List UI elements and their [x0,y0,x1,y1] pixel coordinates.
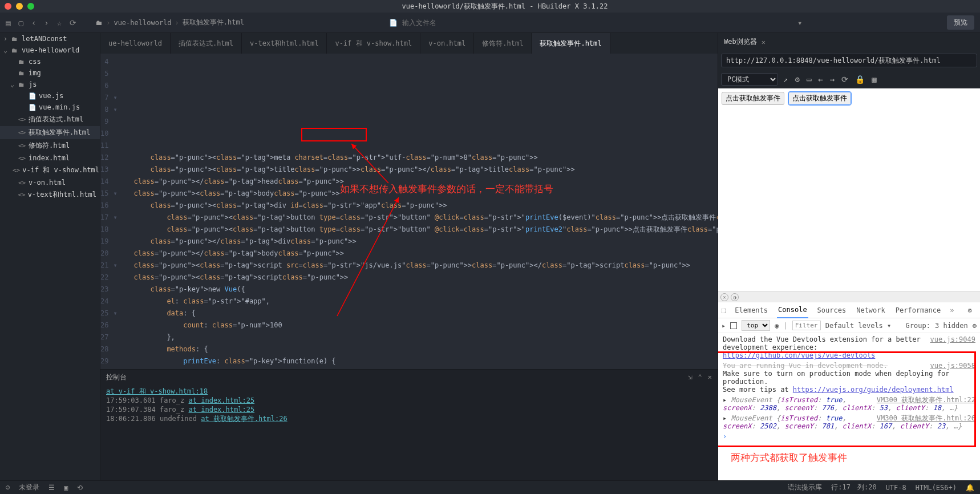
devtools-settings-icon[interactable]: ⚙ [967,306,971,314]
forward-icon[interactable]: → [828,75,836,84]
hidden-count[interactable]: 3 hidden [935,322,968,330]
cursor-pos[interactable]: 行:17 列:20 [831,483,876,492]
browser-viewport[interactable]: 点击获取触发事件 点击获取触发事件 ✕ ◑ ⬚ Elements Console… [718,88,980,448]
tab[interactable]: ue-helloworld [100,33,171,54]
html-file-icon: <> [13,167,20,174]
dt-tab-performance[interactable]: Performance [894,303,942,318]
tree-item[interactable]: 📄vue.min.js [0,102,100,113]
search-input[interactable] [402,19,516,27]
qr-icon[interactable]: ▦ [870,75,878,84]
editor-tabs[interactable]: ue-helloworld 插值表达式.html v-text和html.htm… [100,33,718,54]
link[interactable]: https://vuejs.org/guide/deployment.html [793,386,954,394]
page-button-1[interactable]: 点击获取触发事件 [722,92,784,105]
close-icon[interactable]: ✕ [708,373,712,381]
dt-tab-sources[interactable]: Sources [816,303,848,318]
back-icon[interactable]: ← [816,75,824,84]
tab-active[interactable]: 获取触发事件.html [532,33,610,54]
back-icon[interactable]: ‹ [31,18,36,27]
devtools-dock-icon[interactable]: ◑ [731,293,739,301]
breadcrumb[interactable]: 🖿 › vue-helloworld › 获取触发事件.html [96,18,244,27]
dt-tab-console[interactable]: Console [777,302,808,318]
tree-item[interactable]: <>v-on.html [0,177,100,188]
star-icon[interactable]: ☆ [57,18,62,27]
outline-icon[interactable]: ☰ [48,484,55,492]
window-maximize[interactable] [27,3,34,10]
code-editor[interactable]: 4567891011121314151617181920212223242526… [100,54,718,369]
console-settings-icon[interactable]: ⚙ [973,322,977,330]
live-expr-icon[interactable]: ◉ [775,322,779,330]
tab[interactable]: v-if 和 v-show.html [327,33,420,54]
file-explorer[interactable]: ›🖿letANDconst ⌄🖿vue-helloworld 🖿css 🖿img… [0,33,100,480]
refresh-icon[interactable]: ⟳ [70,18,76,27]
mode-select[interactable]: PC模式 [721,73,778,86]
dt-tab-network[interactable]: Network [855,303,886,318]
browser-tab-label[interactable]: Web浏览器 [724,37,757,47]
tab[interactable]: v-text和html.html [242,33,327,54]
new-file-icon[interactable]: ▤ [6,18,10,27]
js-file-icon: 📄 [29,104,37,111]
collapse-icon[interactable]: ⌃ [698,373,702,381]
tab[interactable]: 插值表达式.html [171,33,242,54]
console-tab[interactable]: 控制台 [106,372,127,382]
export-icon[interactable]: ⇲ [688,373,692,381]
tree-item-active[interactable]: <>获取触发事件.html [0,126,100,139]
user-icon[interactable]: ☺ [6,484,10,492]
tree-item[interactable]: <>v-if 和 v-show.html [0,164,100,177]
tree-item[interactable]: <>修饰符.html [0,139,100,152]
code-area[interactable]: 如果不想传入触发事件参数的话，一定不能带括号 class="p-punc"><c… [118,54,718,369]
tab[interactable]: 修饰符.html [474,33,532,54]
html-file-icon: <> [18,179,26,187]
close-icon[interactable]: ✕ [762,38,766,46]
settings-icon[interactable]: ⚙ [793,75,801,84]
lock-icon[interactable]: 🔒 [853,75,866,84]
login-status[interactable]: 未登录 [19,483,39,492]
bell-icon[interactable]: 🔔 [966,484,974,492]
save-icon[interactable]: ▢ [18,18,23,27]
tree-item[interactable]: 🖿css [0,56,100,67]
url-input[interactable] [721,54,977,67]
terminal-icon[interactable]: ▣ [64,484,68,492]
refresh-icon[interactable]: ⟳ [840,75,850,84]
annotation-text: 如果不想传入触发事件参数的话，一定不能带括号 [340,183,553,195]
tree-item[interactable]: 📄vue.js [0,90,100,102]
clear-console-icon[interactable] [730,322,737,329]
context-select[interactable]: top [742,320,770,331]
devtools-close-icon[interactable]: ✕ [720,293,728,301]
tree-item[interactable]: <>v-text和html.html [0,188,100,201]
console-output[interactable]: at v-if 和 v-show.html:1817:59:03.601 far… [100,384,718,480]
dt-tab-elements[interactable]: Elements [734,303,769,318]
filter-icon[interactable]: ▾ [797,18,802,27]
filter-input[interactable] [792,321,821,330]
tree-item[interactable]: 🖿img [0,67,100,79]
breadcrumb-project[interactable]: vue-helloworld [114,19,171,27]
open-external-icon[interactable]: ↗ [781,75,789,84]
tree-item[interactable]: ›🖿letANDconst [0,33,100,44]
search-file-icon: 📄 [389,19,398,27]
fold-gutter[interactable]: ▾▾▾▾▾▾ [113,54,117,369]
tree-item[interactable]: <>插值表达式.html [0,113,100,126]
page-button-2[interactable]: 点击获取触发事件 [788,92,851,105]
encoding[interactable]: UTF-8 [886,484,906,492]
language-mode[interactable]: HTML(ES6+) [916,484,957,492]
tree-item[interactable]: ⌄🖿js [0,79,100,90]
tree-item[interactable]: <>index.html [0,152,100,164]
window-close[interactable] [5,3,11,10]
devtools-console-output[interactable]: vue.js:9049Download the Vue Devtools ext… [718,333,980,448]
tab[interactable]: v-on.html [420,33,474,54]
sync-icon[interactable]: ⟲ [77,484,83,492]
devices-icon[interactable]: ▭ [805,75,813,84]
devtools-tabs[interactable]: ⬚ Elements Console Sources Network Perfo… [718,302,980,318]
window-minimize[interactable] [16,3,23,10]
inspect-icon[interactable]: ⬚ [722,306,726,314]
levels-select[interactable]: Default levels ▾ [825,322,892,330]
forward-icon[interactable]: › [44,18,48,27]
syntax-hint[interactable]: 语法提示库 [788,483,822,492]
toggle-drawer-icon[interactable]: ▸ [722,322,726,330]
preview-button[interactable]: 预览 [947,15,974,30]
tree-item[interactable]: ⌄🖿vue-helloworld [0,44,100,56]
breadcrumb-file[interactable]: 获取触发事件.html [183,18,244,27]
toolbar-search[interactable]: 📄 [389,19,516,27]
link[interactable]: https://github.com/vuejs/vue-devtools [723,351,875,359]
folder-icon: 🖿 [96,19,103,27]
more-tabs-icon[interactable]: » [950,306,954,314]
